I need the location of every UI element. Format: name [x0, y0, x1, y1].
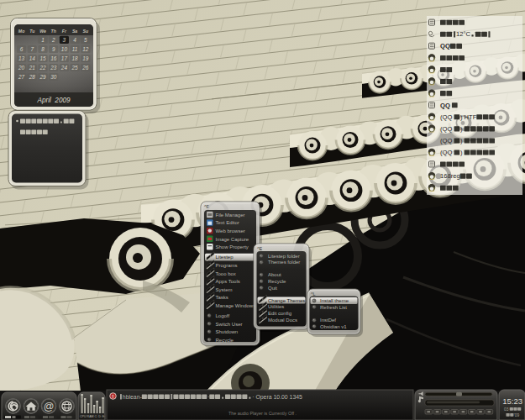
svg-text:28: 28: [29, 74, 36, 80]
svg-text:4: 4: [73, 37, 76, 43]
svg-text:16: 16: [50, 55, 57, 61]
svg-text:Apps Tools: Apps Tools: [216, 279, 240, 284]
svg-text:10: 10: [61, 46, 68, 52]
svg-text:14: 14: [29, 55, 36, 61]
svg-text:Image Capture: Image Capture: [216, 237, 249, 242]
svg-text:Change Themes: Change Themes: [268, 298, 305, 303]
svg-text:We: We: [39, 29, 46, 34]
svg-text:April 2009: April 2009: [36, 97, 71, 104]
svg-text:2: 2: [51, 37, 55, 43]
svg-text:22: 22: [39, 65, 46, 71]
svg-text:Sa: Sa: [72, 29, 77, 34]
svg-text:· Opera 10.00 1345: · Opera 10.00 1345: [252, 394, 302, 401]
svg-text:Tu: Tu: [29, 29, 35, 34]
svg-text:5: 5: [84, 37, 87, 43]
svg-text:Litestep folder: Litestep folder: [268, 254, 300, 259]
svg-text:19: 19: [82, 55, 89, 61]
svg-text:@: @: [44, 401, 55, 412]
svg-text:System: System: [216, 287, 233, 292]
svg-text:(QQ: (QQ: [440, 149, 452, 156]
svg-text:17: 17: [61, 55, 68, 61]
svg-text:Mo: Mo: [18, 29, 25, 34]
svg-text:30: 30: [50, 74, 57, 80]
svg-text:Text Editor: Text Editor: [216, 220, 239, 225]
svg-text:Tooo box: Tooo box: [216, 271, 236, 276]
svg-text:Modual Docs: Modual Docs: [268, 318, 297, 323]
svg-text:23: 23: [50, 65, 57, 71]
svg-text:Litestep: Litestep: [216, 255, 234, 260]
svg-text:9: 9: [52, 46, 55, 52]
svg-text:Programs: Programs: [216, 263, 238, 268]
svg-text:Su: Su: [82, 29, 88, 34]
svg-text:26: 26: [81, 65, 89, 71]
svg-text:InstDef: InstDef: [320, 318, 336, 323]
svg-text:6: 6: [20, 46, 24, 52]
svg-text:QQ: QQ: [440, 42, 450, 50]
svg-text:Obsidian v1: Obsidian v1: [320, 324, 347, 329]
svg-text:(QQ: (QQ: [440, 125, 452, 133]
svg-text:File Manager: File Manager: [216, 213, 245, 218]
svg-text:·: ·: [207, 394, 209, 400]
svg-text:About: About: [268, 272, 281, 277]
svg-text:25: 25: [71, 65, 79, 71]
svg-text:8: 8: [41, 46, 45, 52]
svg-text:hblean-: hblean-: [123, 394, 142, 400]
svg-text:QQ: QQ: [440, 102, 450, 109]
svg-text:13: 13: [18, 55, 25, 61]
svg-text:'09: '09: [514, 413, 520, 417]
svg-text:11: 11: [72, 46, 78, 52]
svg-text:^L: ^L: [311, 291, 316, 297]
svg-text:12°C: 12°C: [456, 30, 470, 38]
svg-text:7: 7: [31, 46, 34, 52]
svg-text:Install theme: Install theme: [320, 298, 349, 303]
svg-text:(QQ: (QQ: [440, 113, 452, 121]
svg-text:Manage Windows: Manage Windows: [216, 303, 256, 308]
svg-text:24: 24: [60, 65, 68, 71]
svg-text:12: 12: [82, 46, 89, 52]
svg-text:3: 3: [63, 37, 66, 43]
svg-text:^F: ^F: [204, 204, 210, 209]
svg-text:15:23: 15:23: [502, 396, 522, 406]
svg-text:Quit: Quit: [268, 286, 277, 291]
svg-text:Web browser: Web browser: [216, 228, 245, 234]
svg-text:) HTF: ) HTF: [460, 113, 477, 121]
svg-text:27: 27: [18, 74, 25, 80]
svg-text:Th: Th: [51, 29, 56, 34]
svg-text:1: 1: [41, 37, 45, 43]
svg-text:20: 20: [18, 65, 25, 71]
svg-text:Recycle: Recycle: [216, 338, 234, 343]
svg-text:Edit config: Edit config: [268, 311, 291, 316]
svg-text:21: 21: [29, 65, 36, 71]
svg-text:The audio Player is Currently: The audio Player is Currently Off .: [228, 411, 297, 416]
svg-text:Refresh List: Refresh List: [320, 305, 347, 310]
svg-text:Recycle: Recycle: [268, 279, 286, 284]
svg-text:CPU RAM C: D: E:: CPU RAM C: D: E:: [80, 415, 105, 418]
svg-text:Show Property: Show Property: [216, 244, 249, 249]
svg-text:(QQ: (QQ: [440, 137, 452, 144]
svg-text:18: 18: [72, 55, 79, 61]
svg-text:!: !: [113, 394, 114, 399]
svg-text:168reg: 168reg: [440, 172, 460, 180]
svg-text:Themes folder: Themes folder: [268, 260, 300, 265]
svg-text:Logoff: Logoff: [216, 313, 230, 318]
svg-text:Shutdown: Shutdown: [216, 329, 239, 334]
svg-text:Tasks: Tasks: [216, 295, 228, 300]
svg-text:03: 03: [504, 407, 509, 412]
svg-text:15: 15: [39, 55, 46, 61]
svg-text:Switch User: Switch User: [216, 322, 243, 327]
svg-text:Utilities: Utilities: [268, 304, 284, 309]
svg-text:29: 29: [39, 74, 46, 80]
svg-text:^E: ^E: [257, 246, 263, 251]
